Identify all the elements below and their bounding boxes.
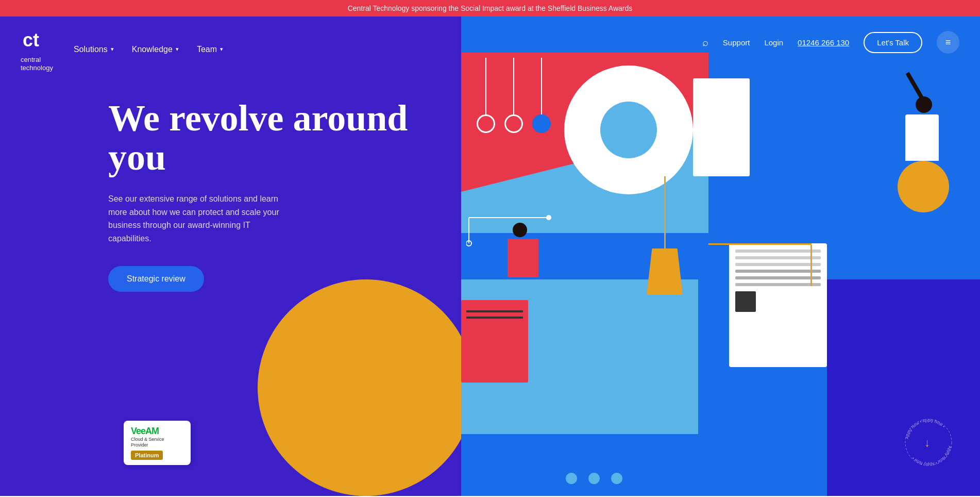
server-line [735, 270, 821, 273]
svg-point-3 [546, 215, 551, 220]
veeam-sub2: Provider [131, 442, 183, 449]
svg-text:ct: ct [23, 29, 39, 51]
apply-now-svg: Apply Now • Apply Now • Apply Now • Appl… [903, 417, 954, 468]
server-line [735, 256, 821, 259]
hanging-lamp [647, 176, 683, 295]
server-line [735, 283, 821, 286]
bot-pendulum-line [594, 440, 595, 471]
strategic-review-button[interactable]: Strategic review [108, 266, 204, 292]
nav-left: ct central technology Solutions ▾ [21, 27, 441, 72]
server-line [735, 276, 821, 279]
veeam-sub1: Cloud & Service [131, 437, 183, 443]
server-block [735, 291, 756, 312]
lamp-wire [664, 176, 666, 248]
bot-pendulum-circle [587, 471, 601, 486]
hero-content: We revolve around you See our extensive … [108, 99, 430, 292]
lamp-shade [647, 248, 683, 295]
server-line [735, 263, 821, 266]
bottom-pendulums [564, 440, 624, 486]
top-banner: Central Technology sponsoring the Social… [0, 0, 980, 16]
support-link[interactable]: Support [723, 38, 750, 47]
chevron-down-icon: ▾ [176, 46, 179, 53]
knowledge-link[interactable]: Knowledge ▾ [132, 45, 179, 54]
veeam-tier: Platinum [131, 451, 163, 460]
team-link[interactable]: Team ▾ [197, 45, 223, 54]
circle-inner [600, 102, 657, 158]
person-head [513, 223, 527, 237]
chevron-down-icon: ▾ [220, 46, 223, 53]
navbar: ct central technology Solutions ▾ [0, 16, 461, 82]
pendulum-circle-filled [532, 114, 551, 133]
banner-text: Central Technology sponsoring the Social… [348, 4, 633, 12]
server-equipment [729, 243, 827, 367]
server-line [735, 250, 821, 253]
bot-pendulum [587, 440, 601, 486]
logo-icon: ct [21, 27, 48, 55]
pendulum-circle [477, 114, 495, 133]
large-white-circle [564, 65, 693, 194]
hamburger-icon: ≡ [945, 37, 951, 48]
left-section: ct central technology Solutions ▾ [0, 16, 461, 496]
raising-person [892, 68, 949, 212]
bot-pendulum-circle [610, 471, 624, 486]
bot-pendulum-line [616, 440, 617, 471]
main-wrapper: ct central technology Solutions ▾ [0, 16, 980, 496]
gold-ball [898, 161, 949, 212]
person-torso [508, 239, 538, 277]
hero-subtitle: See our extensive range of solutions and… [108, 192, 294, 245]
nav-item-knowledge[interactable]: Knowledge ▾ [132, 45, 179, 54]
solutions-link[interactable]: Solutions ▾ [74, 45, 114, 54]
svg-text:↓: ↓ [924, 436, 930, 449]
pendulum-3 [532, 58, 551, 133]
storage-line [466, 310, 523, 312]
pendulum-circle [504, 114, 523, 133]
red-storage [461, 300, 528, 383]
pendulums [477, 58, 551, 133]
gold-semicircle [258, 279, 474, 496]
nav-right: ⌕ Support Login 01246 266 130 Let's Talk… [461, 16, 980, 68]
veeam-badge: VeeAM Cloud & Service Provider Platinum [124, 421, 191, 465]
login-link[interactable]: Login [764, 38, 783, 47]
apply-now-area[interactable]: Apply Now • Apply Now • Apply Now • Appl… [903, 417, 954, 470]
veeam-logo: VeeAM [131, 426, 183, 437]
hero-title: We revolve around you [108, 99, 430, 177]
nav-item-solutions[interactable]: Solutions ▾ [74, 45, 114, 54]
search-icon[interactable]: ⌕ [702, 37, 708, 48]
white-rect [693, 78, 750, 176]
bot-pendulum [610, 440, 624, 486]
person2-body [905, 114, 939, 161]
bot-pendulum-line [571, 440, 572, 471]
bot-pendulum [564, 440, 579, 486]
svg-text:Apply Now • Apply Now •: Apply Now • Apply Now • [911, 445, 952, 467]
yellow-connector-vert [810, 245, 812, 286]
pendulum-1 [477, 58, 495, 133]
chevron-down-icon: ▾ [111, 46, 114, 53]
veeam-badge-inner: VeeAM Cloud & Service Provider Platinum [124, 421, 191, 465]
nav-item-team[interactable]: Team ▾ [197, 45, 223, 54]
right-section: ⌕ Support Login 01246 266 130 Let's Talk… [461, 16, 980, 496]
bot-pendulum-circle [564, 471, 579, 486]
logo[interactable]: ct central technology [21, 27, 53, 72]
menu-button[interactable]: ≡ [937, 31, 959, 54]
storage-line [466, 317, 523, 319]
phone-link[interactable]: 01246 266 130 [798, 38, 849, 47]
lets-talk-button[interactable]: Let's Talk [864, 32, 922, 53]
logo-text: central technology [21, 56, 53, 72]
pendulum-2 [504, 58, 523, 133]
illustration-area: Apply Now • Apply Now • Apply Now • Appl… [461, 16, 980, 496]
nav-links: Solutions ▾ Knowledge ▾ Team ▾ [74, 45, 223, 54]
yellow-connector [708, 243, 812, 245]
